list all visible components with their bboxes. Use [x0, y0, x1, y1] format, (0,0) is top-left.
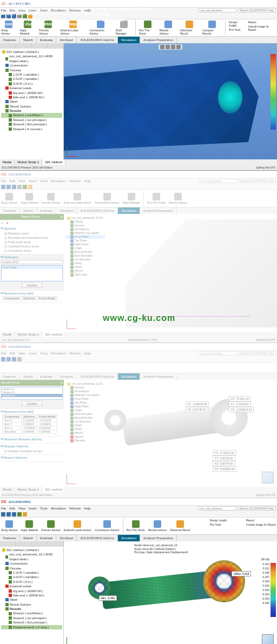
btab-model[interactable]: Model — [0, 159, 15, 165]
selection-list[interactable]: Front Plane — [1, 265, 63, 281]
tree-results[interactable]: Results — [1, 109, 62, 113]
tab-evaluate[interactable]: Evaluate — [37, 37, 56, 43]
results-advisor[interactable]: Results Advisor — [148, 519, 167, 533]
tree-fixtures[interactable]: Fixtures — [1, 566, 62, 571]
vertex-list[interactable]: Vertex<1> Vertex<2> Vertex<3> — [1, 387, 63, 400]
viewport-4[interactable]: Model name:con_rod_advanced_12 Study nam… — [64, 541, 277, 644]
help-search[interactable]: Search SOLIDWORKS Help — [238, 8, 276, 12]
tab-features[interactable]: Features — [0, 37, 20, 43]
rotate-icon[interactable] — [166, 45, 170, 49]
units-dropdown[interactable]: English (IPS) — [1, 260, 63, 264]
update-button[interactable]: Update — [22, 283, 42, 288]
tree-fixture-item[interactable]: 3 DOF (:0 in:) — [1, 82, 62, 86]
tab-addins[interactable]: SOLIDWORKS Add-Ins — [77, 37, 118, 43]
tab-dimxpert[interactable]: DimXpert — [56, 535, 77, 541]
tree-result-options[interactable]: Result Options — [1, 104, 62, 109]
cancel-icon[interactable]: ✖ — [6, 221, 9, 225]
menu-window[interactable]: Window — [69, 507, 81, 510]
radio-connector[interactable]: Connector force — [1, 249, 63, 253]
tab-dimxpert[interactable]: DimXpert — [56, 37, 77, 43]
menu-help[interactable]: Help — [84, 507, 90, 510]
fixtures-advisor[interactable]: Fixtures Advisor — [41, 519, 61, 533]
btab-study[interactable]: 321 method — [42, 159, 65, 165]
menu-simulation[interactable]: Simulation — [51, 507, 66, 510]
deformed-result[interactable]: Deformed Result — [180, 21, 199, 35]
run-study[interactable]: Run This Study — [127, 519, 145, 533]
fm-tab[interactable] — [16, 43, 31, 49]
tree-part[interactable]: con_rod_advanced_12 (-4030 forged steel-… — [1, 552, 62, 561]
tree-result-stress4[interactable]: Stress4 (-X normal-) — [1, 127, 62, 131]
tab-simulation[interactable]: Simulation — [118, 535, 140, 541]
tree-loads[interactable]: External Loads — [1, 86, 62, 90]
section-icon[interactable] — [176, 45, 181, 49]
reaction-force-header[interactable]: Reaction force (lbf) — [1, 292, 63, 295]
include-image[interactable]: Include Image for Report — [248, 25, 276, 31]
save-icon[interactable] — [12, 512, 16, 516]
ok-icon[interactable]: ✔ — [1, 221, 4, 225]
viewport-3[interactable]: con_rod_advanced_12 (D... Sensors Annota… — [64, 380, 277, 487]
menu-edit[interactable]: Edit — [10, 507, 15, 510]
tree-connections[interactable]: Connections — [1, 63, 62, 68]
tab-sketch[interactable]: Sketch — [20, 37, 37, 43]
update-button[interactable]: Update — [22, 401, 42, 406]
fm-tab[interactable] — [48, 43, 63, 49]
menu-view[interactable]: View — [18, 507, 25, 510]
apply-material[interactable]: Apply Material — [21, 519, 38, 533]
tree-load-item[interactable]: little end (:-20000 lbf:) — [1, 95, 62, 99]
plot-tools[interactable]: Plot Tools — [229, 28, 245, 31]
external-loads-advisor[interactable]: External Loads Advisor — [64, 519, 91, 533]
results-advisor[interactable]: Results Advisor — [160, 21, 177, 35]
tree-result-stress3[interactable]: Stress3 (-3rd principal-) — [1, 122, 62, 126]
tree-load-item[interactable]: big end (:-20000 lbf:) — [1, 91, 62, 95]
menu-tools[interactable]: Tools — [40, 507, 48, 510]
radio-reaction[interactable]: Reaction force — [1, 231, 63, 236]
tree-study[interactable]: 321 method (-Default-) — [1, 50, 62, 54]
report[interactable]: Report — [248, 21, 276, 24]
design-insight[interactable]: Design Insight — [229, 21, 245, 27]
tab-simulation[interactable]: Simulation — [118, 37, 140, 43]
zoom-icon[interactable] — [160, 45, 164, 49]
tree-result-stress2[interactable]: Stress2 (-1st principal-) — [1, 118, 62, 122]
new-icon[interactable] — [1, 512, 5, 516]
fm-tab[interactable] — [32, 43, 48, 49]
tab-analysis-prep[interactable]: Analysis Preparation — [140, 37, 177, 43]
menu-insert[interactable]: Insert — [29, 507, 37, 510]
tab-evaluate[interactable]: Evaluate — [37, 535, 56, 541]
selection-header[interactable]: Selection — [1, 256, 63, 259]
file-search[interactable]: con_rod_advance... — [199, 8, 236, 12]
menu-file[interactable]: File — [1, 507, 6, 510]
tree-result-stress1[interactable]: Stress1 (-vonMises-) — [1, 113, 62, 117]
close-icon[interactable]: ✕ — [60, 215, 63, 219]
pan-icon[interactable] — [171, 45, 175, 49]
deformed-result[interactable]: Deformed Result — [170, 519, 190, 533]
tree-loads[interactable]: External Loads — [1, 584, 62, 588]
radio-contact[interactable]: Contact/Friction force — [1, 244, 63, 249]
tab-analysis-prep[interactable]: Analysis Preparation — [140, 535, 177, 541]
tree-study[interactable]: 321 method (-Default-) — [1, 548, 62, 552]
tab-sketch[interactable]: Sketch — [20, 535, 37, 541]
open-icon[interactable] — [6, 512, 11, 516]
tree-connections[interactable]: Connections — [1, 561, 62, 566]
compare-results[interactable]: Compare Results — [202, 21, 222, 35]
tree-mesh[interactable]: Mesh — [1, 99, 62, 104]
viewcube[interactable] — [262, 634, 274, 644]
study-advisor[interactable]: Study Advisor — [1, 519, 18, 533]
options-header[interactable]: Options — [1, 227, 63, 230]
btab-motion[interactable]: Motion Study 1 — [15, 159, 42, 165]
tree-fixture-item[interactable]: 2 DOF (:variable:) — [1, 77, 62, 81]
viewcube[interactable] — [262, 472, 274, 484]
tree-part[interactable]: con_rod_advanced_12 (-4030 forged steel-… — [1, 54, 62, 63]
fm-tab[interactable] — [0, 43, 16, 49]
tree-fixtures[interactable]: Fixtures — [1, 68, 62, 72]
rebuild-icon[interactable] — [17, 512, 22, 516]
radio-freebody[interactable]: Free body force — [1, 240, 63, 244]
close-icon[interactable]: ✕ — [60, 381, 63, 385]
tree-mesh[interactable]: Mesh — [1, 598, 62, 602]
tree-result-displacement[interactable]: Displacement1 (-X disp-) — [1, 625, 62, 629]
radio-remote[interactable]: Remote load interface force — [1, 236, 63, 240]
viewport-1[interactable] — [64, 43, 277, 159]
tree-fixture-item[interactable]: 1 DOF (:variable:) — [1, 72, 62, 77]
tab-addins[interactable]: SOLIDWORKS Add-Ins — [77, 535, 118, 541]
tab-features[interactable]: Features — [0, 535, 20, 541]
options-icon[interactable] — [23, 512, 27, 516]
